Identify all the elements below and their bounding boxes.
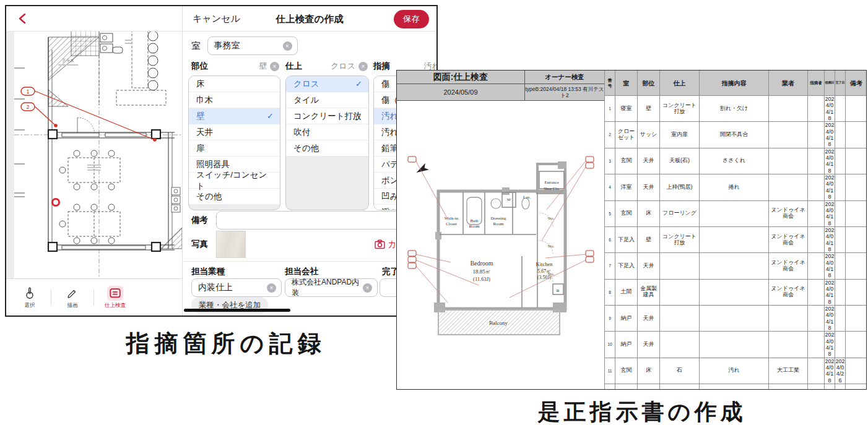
report-row: 3玄関天井天板(石)ささくれ2024/04/18 (605, 148, 867, 174)
report-row: 5玄関床フローリングヌンドゥイネ商会2024/04/18 (605, 200, 867, 226)
report-document: 図面:仕上検査 2024/05/09 オーナー検査 typeB:2024/04/… (396, 70, 867, 390)
svg-text:Kitchen: Kitchen (536, 261, 553, 267)
column-header: 備考 (846, 71, 867, 96)
table-header-row: 番号室部位仕上指摘内容業者指摘者指摘日完了日備考 (605, 71, 867, 96)
toolbar-divider (93, 290, 94, 306)
column-header: 室 (615, 71, 638, 96)
svg-text:Shoe Clo.: Shoe Clo. (544, 186, 560, 191)
doc-inspection-meta: typeB:2024/04/18 13:53 有川テスト2 (524, 84, 605, 101)
picker-option[interactable]: スイッチ/コンセント (189, 173, 280, 189)
report-row: 6下足入壁コンクリート打放ヌンドゥイネ商会2024/04/18 (605, 226, 867, 252)
doc-inspection-name: オーナー検査 (524, 70, 605, 84)
svg-text:Closet: Closet (446, 221, 457, 226)
remarks-label: 備考 (191, 215, 208, 226)
clear-icon[interactable] (267, 283, 276, 293)
svg-text:Room: Room (493, 221, 504, 226)
company-input[interactable]: 株式会社ANDPAD内装 (285, 278, 378, 297)
inspection-doc-icon (107, 286, 123, 301)
room-label: 室 (191, 40, 201, 52)
floorplan-canvas[interactable]: テラス (6, 31, 182, 278)
save-button[interactable]: 保存 (394, 10, 429, 28)
svg-text:Lav.: Lav. (523, 195, 531, 200)
form-header: キャンセル 仕上検査の作成 保存 (183, 6, 436, 32)
picker-option[interactable]: 吹付 (286, 124, 368, 140)
app-nav-bar (6, 6, 182, 32)
room-value: 事務室 (214, 40, 240, 51)
svg-text:18.85㎡: 18.85㎡ (472, 268, 490, 275)
empty-row (605, 384, 867, 390)
remarks-row: 備考 (191, 211, 432, 230)
report-row: 1寝室壁コンクリート打放割れ・欠け2024/04/18 (605, 96, 867, 122)
picker-option[interactable]: コンクリート打放 (286, 108, 368, 124)
page: テラス (0, 0, 868, 425)
inspection-app-screenshot: テラス (5, 5, 438, 317)
picker-option[interactable]: その他 (286, 140, 368, 157)
selected-part: 壁 (259, 61, 267, 72)
tool-draw[interactable]: 描画 (59, 286, 86, 309)
camera-icon (375, 239, 385, 249)
report-floorplan: Entrance Shoe Clo. Sto. Sto. Sto. Walk-i… (404, 154, 597, 341)
report-annotations (415, 160, 586, 303)
column-header: 部位 (638, 71, 660, 96)
caption-right: 是正指示書の作成 (538, 397, 747, 425)
svg-text:Bedroom: Bedroom (470, 260, 493, 267)
picker-option[interactable]: 床 (189, 76, 280, 92)
doc-date: 2024/05/09 (396, 84, 525, 101)
picker-option[interactable]: クロス✓ (286, 76, 368, 92)
tool-select[interactable]: 選択 (16, 286, 43, 309)
report-row: 7下足入天井ヌンドゥイネ商会2024/04/18 (605, 253, 867, 279)
column-header: 指摘内容 (700, 71, 769, 96)
clear-icon[interactable] (270, 62, 279, 71)
photo-label: 写真 (191, 239, 208, 250)
pin-2[interactable]: 2 (26, 104, 29, 110)
svg-text:R: R (557, 288, 560, 293)
selected-finish: クロス (331, 61, 355, 72)
report-row: 4洋室天井上枠(鴨居)捲れ2024/04/18 (605, 174, 867, 200)
clear-icon[interactable] (363, 283, 372, 293)
report-row: 8土間金属製建具ヌンドゥイネ商会2024/04/18 (605, 279, 867, 305)
column-header: 完了日 (835, 71, 846, 96)
hand-pointer-icon (22, 286, 38, 301)
picker-header-finish: 仕上 クロス (285, 61, 368, 72)
picker-option[interactable]: 巾木 (189, 92, 280, 108)
inspection-report-table: 番号室部位仕上指摘内容業者指摘者指摘日完了日備考 1寝室壁コンクリート打放割れ・… (604, 70, 867, 390)
picker-option[interactable]: 壁✓ (189, 108, 280, 124)
column-header: 番号 (605, 71, 615, 96)
svg-text:Balcony: Balcony (489, 320, 508, 326)
column-header: 指摘者 (808, 71, 825, 96)
check-icon: ✓ (355, 79, 362, 88)
home-indicator[interactable] (184, 309, 290, 312)
picker-header-part: 部位 壁 (191, 61, 279, 72)
svg-text:W: W (507, 197, 511, 202)
trade-input[interactable]: 内装仕上 (191, 278, 282, 297)
report-row: 2クローゼットサッシ室内扉開閉不具合2024/04/18 (605, 122, 867, 148)
svg-text:Entrance: Entrance (544, 180, 558, 184)
report-row: 9納戸天井2024/04/18 (605, 306, 867, 332)
report-row: 11玄関床石汚れ大工工業2024/04/182024/04/26 (605, 358, 867, 384)
room-input[interactable]: 事務室 (207, 36, 298, 55)
issue-marker-ring[interactable] (53, 199, 59, 206)
svg-text:Room: Room (469, 224, 480, 229)
report-row: 10納戸天井2024/04/18 (605, 332, 867, 358)
clear-icon[interactable] (283, 41, 292, 51)
terrace-label: テラス (62, 58, 74, 62)
part-option-list: 床巾木壁✓天井扉照明器具スイッチ/コンセントその他 (188, 75, 280, 210)
clear-icon[interactable] (358, 62, 368, 71)
pin-1[interactable]: 1 (26, 88, 29, 95)
picker-option[interactable]: タイル (286, 92, 368, 108)
plan-toolbar: 選択 描画 (6, 278, 182, 316)
pencil-icon (64, 286, 80, 301)
svg-text:Sto.: Sto. (548, 244, 555, 248)
tool-inspection[interactable]: 仕上検査 (102, 286, 129, 309)
north-arrow-icon (415, 163, 429, 176)
back-icon[interactable] (16, 12, 30, 25)
doc-title: 図面:仕上検査 (396, 70, 525, 84)
caption-left: 指摘箇所の記録 (126, 328, 326, 359)
finish-option-list: クロス✓タイルコンクリート打放吹付その他 (285, 75, 369, 210)
photo-thumbnail[interactable] (216, 231, 246, 258)
picker-option[interactable]: 天井 (189, 124, 280, 140)
svg-text:Dressing: Dressing (491, 216, 506, 221)
svg-text:5.67㎡: 5.67㎡ (537, 268, 551, 274)
picker-option[interactable]: 扉 (189, 140, 280, 157)
photo-row: 写真 カメラ (191, 230, 432, 259)
